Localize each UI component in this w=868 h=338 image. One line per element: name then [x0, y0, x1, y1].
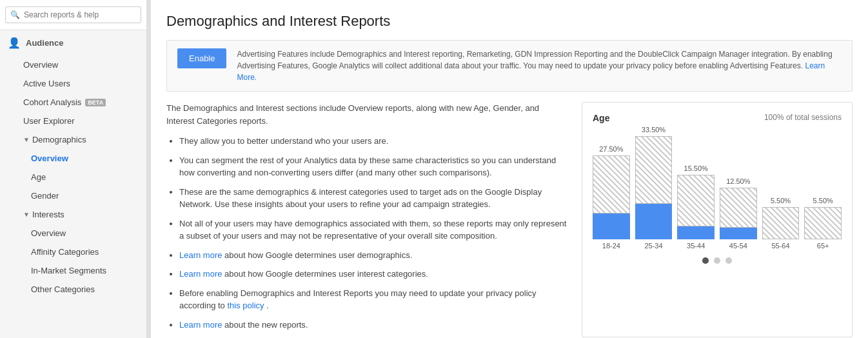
list-item-privacy: Before enabling Demographics and Interes…: [179, 287, 569, 312]
privacy-policy-link[interactable]: this policy: [227, 301, 264, 310]
demographics-group-label: Demographics: [32, 135, 86, 144]
audience-icon: 👤: [8, 37, 21, 49]
bar-solid: [677, 226, 715, 239]
bar-label: 25-34: [644, 242, 662, 250]
search-box: 🔍: [0, 0, 146, 30]
bar-percent: 15.50%: [684, 164, 708, 172]
bar-group: 33.50%25-34: [635, 126, 673, 250]
content-area: The Demographics and Interest sections i…: [166, 102, 853, 337]
feature-list: They allow you to better understand who …: [166, 135, 569, 331]
list-item-learn-interests: Learn more about how Google determines u…: [179, 268, 569, 281]
chevron-down-icon: ▼: [23, 136, 30, 143]
sidebar-item-demo-age[interactable]: Age: [0, 168, 146, 186]
sidebar-item-demo-overview[interactable]: Overview: [0, 149, 146, 168]
sidebar-item-inmarket[interactable]: In-Market Segments: [0, 261, 146, 280]
bar-group: 5.50%55-64: [762, 197, 800, 250]
bar-solid: [720, 228, 757, 239]
link4-suffix: about the new reports.: [224, 320, 308, 330]
bar-hatched: [593, 155, 630, 214]
beta-badge: BETA: [85, 99, 106, 106]
page-title: Demographics and Interest Reports: [166, 13, 853, 30]
sidebar-item-cohort-analysis[interactable]: Cohort Analysis BETA: [0, 93, 146, 112]
link2-suffix: about how Google determines user interes…: [224, 269, 428, 279]
sidebar: 🔍 👤 Audience Overview Active Users Cohor…: [0, 0, 147, 338]
intro-text: The Demographics and Interest sections i…: [166, 102, 569, 127]
sidebar-item-other[interactable]: Other Categories: [0, 280, 146, 299]
bar-percent: 27.50%: [599, 145, 623, 153]
enable-button[interactable]: Enable: [177, 48, 226, 68]
bar-group: 5.50%65+: [804, 197, 842, 250]
chart-subtitle: 100% of total sessions: [764, 113, 842, 123]
interests-group-label: Interests: [32, 210, 64, 219]
link1-suffix: about how Google determines user demogra…: [224, 250, 412, 260]
age-chart: Age 100% of total sessions 27.50%18-2433…: [582, 102, 853, 337]
description-column: The Demographics and Interest sections i…: [166, 102, 569, 337]
learn-more-reports-link[interactable]: Learn more: [179, 320, 222, 330]
bar-label: 55-64: [771, 242, 789, 250]
bar-outer: [720, 188, 757, 239]
bar-label: 35-44: [687, 242, 705, 250]
carousel-dot[interactable]: [714, 257, 720, 264]
audience-header[interactable]: 👤 Audience: [0, 30, 146, 55]
sidebar-item-label: User Explorer: [23, 116, 74, 126]
sidebar-item-label: Overview: [31, 228, 66, 238]
main-content: Demographics and Interest Reports Enable…: [151, 0, 868, 338]
carousel-dot[interactable]: [725, 257, 732, 264]
chart-dots: [702, 257, 732, 264]
sidebar-item-label: Affinity Categories: [31, 247, 99, 257]
bar-label: 65+: [817, 242, 829, 250]
link3-suffix: .: [266, 301, 269, 310]
bar-hatched: [804, 207, 842, 239]
list-item: You can segment the rest of your Analyti…: [179, 154, 569, 179]
bar-label: 45-54: [729, 242, 747, 250]
sidebar-item-label: Age: [31, 172, 46, 182]
carousel-dot[interactable]: [702, 257, 709, 264]
bar-outer: [593, 155, 630, 239]
sidebar-item-label: Active Users: [23, 79, 70, 88]
bar-group: 27.50%18-24: [593, 145, 630, 250]
sidebar-item-active-users[interactable]: Active Users: [0, 74, 146, 93]
sidebar-item-int-overview[interactable]: Overview: [0, 224, 146, 243]
bar-group: 15.50%35-44: [677, 164, 715, 250]
sidebar-item-label: Gender: [31, 191, 59, 201]
sidebar-item-label: Overview: [23, 60, 58, 70]
sidebar-group-demographics[interactable]: ▼ Demographics: [0, 130, 146, 149]
sidebar-item-demo-gender[interactable]: Gender: [0, 186, 146, 205]
bar-outer: [635, 136, 673, 239]
list-item: Not all of your users may have demograph…: [179, 217, 569, 243]
chart-title: Age: [593, 113, 609, 123]
learn-more-interests-link[interactable]: Learn more: [179, 269, 222, 279]
search-input[interactable]: [5, 6, 141, 23]
search-icon: 🔍: [10, 10, 20, 19]
bar-chart: 27.50%18-2433.50%25-3415.50%35-4412.50%4…: [593, 134, 842, 250]
list-item-new-reports: Learn more about the new reports.: [179, 319, 569, 332]
list-item-learn-demographics: Learn more about how Google determines u…: [179, 249, 569, 262]
bar-solid: [593, 214, 630, 239]
bar-outer: [804, 207, 842, 239]
bar-label: 18-24: [602, 242, 620, 250]
bar-outer: [762, 207, 800, 239]
sidebar-group-interests[interactable]: ▼ Interests: [0, 205, 146, 224]
bar-group: 12.50%45-54: [720, 177, 757, 250]
audience-section: 👤 Audience Overview Active Users Cohort …: [0, 30, 146, 299]
enable-banner: Enable Advertising Features include Demo…: [166, 40, 853, 92]
banner-text: Advertising Features include Demographic…: [237, 48, 842, 83]
sidebar-item-overview[interactable]: Overview: [0, 55, 146, 74]
chevron-down-icon: ▼: [23, 211, 30, 218]
bar-hatched: [635, 136, 673, 204]
banner-description: Advertising Features include Demographic…: [237, 50, 832, 70]
bar-percent: 5.50%: [771, 197, 791, 204]
bar-hatched: [677, 175, 715, 226]
sidebar-item-user-explorer[interactable]: User Explorer: [0, 112, 146, 130]
bar-percent: 33.50%: [642, 126, 666, 134]
sidebar-item-affinity[interactable]: Affinity Categories: [0, 243, 146, 261]
sidebar-item-label: Cohort Analysis: [23, 97, 81, 107]
list-item: These are the same demographics & intere…: [179, 186, 569, 211]
sidebar-item-label: Overview: [31, 154, 68, 163]
sidebar-item-label: In-Market Segments: [31, 266, 106, 275]
bar-percent: 5.50%: [813, 197, 833, 204]
bar-hatched: [762, 207, 800, 239]
sidebar-item-label: Other Categories: [31, 284, 95, 294]
list-item: They allow you to better understand who …: [179, 135, 569, 148]
learn-more-demographics-link[interactable]: Learn more: [179, 250, 222, 260]
